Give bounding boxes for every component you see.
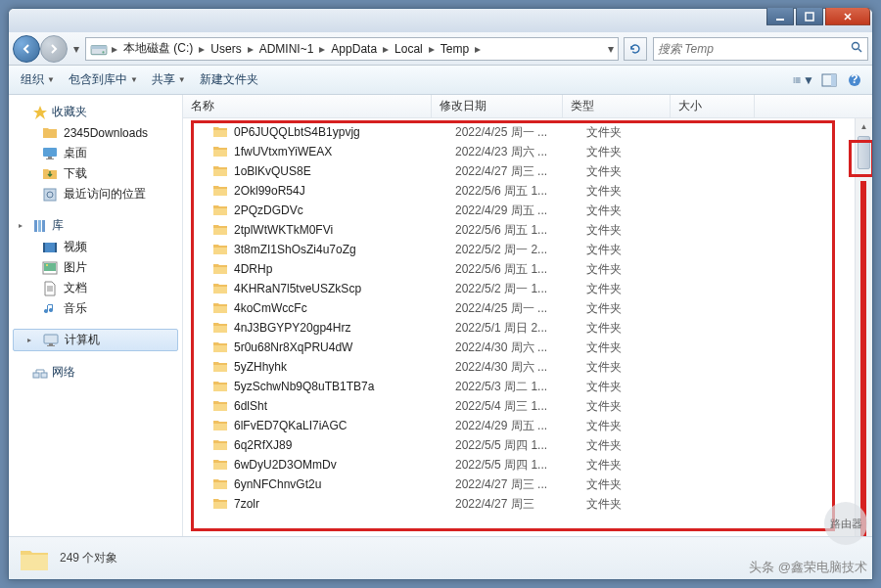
sidebar-item-downloads[interactable]: 2345Downloads [9,123,182,143]
sidebar-item-network[interactable]: 网络 [9,361,182,384]
sidebar-item-label: 下载 [64,165,87,182]
breadcrumb-part[interactable]: Users [207,38,245,60]
file-row[interactable]: 4DRHp2022/5/6 周五 1...文件夹 [191,259,864,279]
file-row[interactable]: 1oBlKvQUS8E2022/4/27 周三 ...文件夹 [191,161,864,181]
search-input[interactable] [658,42,851,56]
file-row[interactable]: 2tplWtWKTkM0FVi2022/5/6 周五 1...文件夹 [191,220,864,240]
file-type: 文件夹 [586,281,684,297]
col-size[interactable]: 大小 [671,95,755,117]
sidebar-item-recent[interactable]: 最近访问的位置 [9,184,182,204]
sidebar-item-documents[interactable]: 文档 [9,278,182,298]
breadcrumb-dropdown-icon[interactable]: ▾ [606,42,616,56]
svg-rect-33 [33,373,39,378]
file-type: 文件夹 [586,418,684,434]
file-row[interactable]: 3t8mZI1ShOsZi4u7oZg2022/5/2 周一 2...文件夹 [191,240,864,259]
nav-forward-button[interactable] [40,35,68,63]
refresh-button[interactable] [624,37,647,61]
svg-rect-17 [48,157,52,158]
col-type[interactable]: 类型 [563,95,671,117]
library-icon [32,218,48,234]
folder-icon [212,242,228,257]
nav-history-dropdown[interactable]: ▾ [70,35,83,63]
folder-icon [212,418,228,433]
file-name: 6ynNFChnvGt2u [234,477,455,491]
minimize-button[interactable] [766,8,794,25]
file-name: 5yzSchwNb9Q8uTB1TB7a [234,380,455,393]
folder-icon [212,379,228,394]
file-name: 2Okl99oR54J [234,184,455,198]
file-date: 2022/4/29 周五 ... [455,203,586,219]
file-row[interactable]: 1fwUVtxmYiWEAX2022/4/23 周六 ...文件夹 [191,142,864,161]
status-count: 249 个对象 [60,550,117,566]
libraries-label: 库 [52,217,64,234]
file-date: 2022/4/27 周三 ... [455,163,586,180]
breadcrumb-part[interactable]: AppData [327,38,381,60]
col-date[interactable]: 修改日期 [432,95,563,117]
help-button[interactable]: ? [843,69,866,91]
file-type: 文件夹 [586,144,684,160]
file-row[interactable]: 4KHRaN7l5tveUSZkScp2022/5/2 周一 1...文件夹 [191,279,864,298]
sidebar-item-computer[interactable]: ▸计算机 [13,329,178,351]
sidebar-item-pictures[interactable]: 图片 [9,257,182,278]
file-name: 0P6JUQQLbtS4B1ypvjg [234,125,455,139]
file-row[interactable]: 5r0u68Nr8XqPRU4dW2022/4/30 周六 ...文件夹 [191,338,864,357]
favorites-header[interactable]: 收藏夹 [9,101,182,123]
file-row[interactable]: 5yzSchwNb9Q8uTB1TB7a2022/5/3 周二 1...文件夹 [191,377,864,396]
file-row[interactable]: 4koCmWccFc2022/4/25 周一 ...文件夹 [191,298,864,318]
file-row[interactable]: 5yZHhyhk2022/4/30 周六 ...文件夹 [191,357,864,377]
include-menu[interactable]: 包含到库中 ▼ [63,68,144,91]
file-row[interactable]: 6dlSht2022/5/4 周三 1...文件夹 [191,396,864,416]
folder-icon [212,339,228,355]
breadcrumb-part[interactable]: ADMINI~1 [255,38,318,60]
sidebar-item-down[interactable]: 下载 [9,163,182,184]
breadcrumb-part[interactable]: 本地磁盘 (C:) [119,38,197,60]
recent-icon [42,187,58,203]
file-row[interactable]: 2Okl99oR54J2022/5/6 周五 1...文件夹 [191,181,864,201]
drive-icon [90,40,108,58]
file-area[interactable]: 0P6JUQQLbtS4B1ypvjg2022/4/25 周一 ...文件夹1f… [183,118,872,536]
favorites-label: 收藏夹 [52,104,87,120]
scroll-up-button[interactable]: ▲ [856,118,872,134]
breadcrumb-part[interactable]: Temp [437,38,473,60]
navbar: ▾ ▸ 本地磁盘 (C:)▸ Users▸ ADMINI~1▸ AppData▸… [9,32,872,66]
col-name[interactable]: 名称 [183,95,432,117]
sidebar-item-music[interactable]: 音乐 [9,298,182,319]
include-label: 包含到库中 [69,71,127,88]
file-row[interactable]: 2PQzDGDVc2022/4/29 周五 ...文件夹 [191,201,864,220]
maximize-button[interactable] [796,8,823,25]
libraries-header[interactable]: ▸库 [9,214,182,237]
file-name: 6q2RfXJ89 [234,438,455,452]
folder-icon [212,222,228,238]
nav-back-button[interactable] [13,35,40,63]
breadcrumb-part[interactable]: Local [391,38,427,60]
share-menu[interactable]: 共享 ▼ [146,68,192,91]
file-name: 2PQzDGDVc [234,204,455,217]
file-row[interactable]: 6lFvED7QKaLI7iAGC2022/4/29 周五 ...文件夹 [191,416,864,435]
sidebar-item-label: 文档 [64,280,87,296]
file-row[interactable]: 6ynNFChnvGt2u2022/4/27 周三 ...文件夹 [191,475,864,494]
sidebar-item-label: 最近访问的位置 [64,186,146,203]
file-row[interactable]: 6wDyU2D3OMmDv2022/5/5 周四 1...文件夹 [191,455,864,475]
svg-rect-9 [796,79,801,80]
preview-pane-button[interactable] [817,69,841,91]
sidebar-item-videos[interactable]: 视频 [9,237,182,257]
watermark-byline: 头条 @鑫荣电脑技术 [749,559,867,576]
file-date: 2022/5/6 周五 1... [455,222,586,239]
file-type: 文件夹 [586,398,684,415]
breadcrumb[interactable]: ▸ 本地磁盘 (C:)▸ Users▸ ADMINI~1▸ AppData▸ L… [85,37,619,61]
titlebar[interactable] [9,9,872,32]
search-box[interactable] [653,37,868,61]
file-date: 2022/4/29 周五 ... [455,418,586,434]
file-name: 4DRHp [234,262,455,276]
sidebar-item-desktop[interactable]: 桌面 [9,143,182,163]
organize-menu[interactable]: 组织 ▼ [15,68,61,91]
file-row[interactable]: 4nJ3BGYPY20gp4Hrz2022/5/1 周日 2...文件夹 [191,318,864,338]
close-button[interactable] [825,8,870,25]
newfolder-label: 新建文件夹 [200,71,258,88]
computer-icon [43,333,59,348]
file-row[interactable]: 7zolr2022/4/27 周三文件夹 [191,494,864,514]
view-menu[interactable]: ▼ [792,69,815,91]
file-row[interactable]: 6q2RfXJ892022/5/5 周四 1...文件夹 [191,435,864,455]
file-row[interactable]: 0P6JUQQLbtS4B1ypvjg2022/4/25 周一 ...文件夹 [191,122,864,142]
new-folder-button[interactable]: 新建文件夹 [194,68,264,91]
